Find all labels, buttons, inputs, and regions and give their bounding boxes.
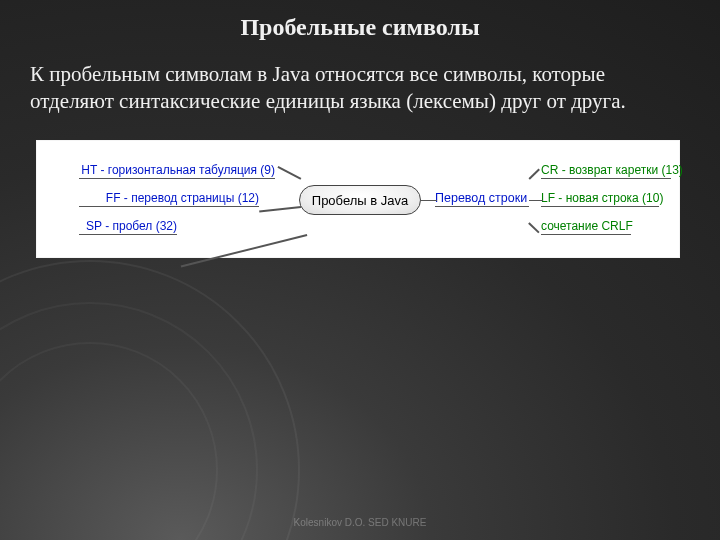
left-node-sp: SP - пробел (32) — [79, 219, 177, 235]
central-node: Пробелы в Java — [299, 185, 421, 215]
connector — [421, 200, 437, 202]
connector — [278, 165, 302, 179]
connector — [528, 222, 539, 233]
left-node-ff: FF - перевод страницы (12) — [79, 191, 259, 207]
connector — [529, 200, 543, 202]
mid-node-newline: Перевод строки — [435, 191, 529, 207]
right-node-crlf: сочетание CRLF — [541, 219, 631, 235]
connector — [528, 168, 539, 179]
connector — [259, 206, 301, 212]
slide: Пробельные символы К пробельным символам… — [0, 0, 720, 540]
right-node-cr: CR - возврат каретки (13) — [541, 163, 671, 179]
footer-credit: Kolesnikov D.O. SED KNURE — [0, 517, 720, 528]
slide-title: Пробельные символы — [30, 14, 690, 41]
whitespace-diagram: Пробелы в Java HT - горизонтальная табул… — [36, 140, 680, 258]
slide-paragraph: К пробельным символам в Java относятся в… — [30, 61, 690, 116]
connector — [181, 234, 308, 267]
left-node-ht: HT - горизонтальная табуляция (9) — [79, 163, 275, 179]
right-node-lf: LF - новая строка (10) — [541, 191, 659, 207]
